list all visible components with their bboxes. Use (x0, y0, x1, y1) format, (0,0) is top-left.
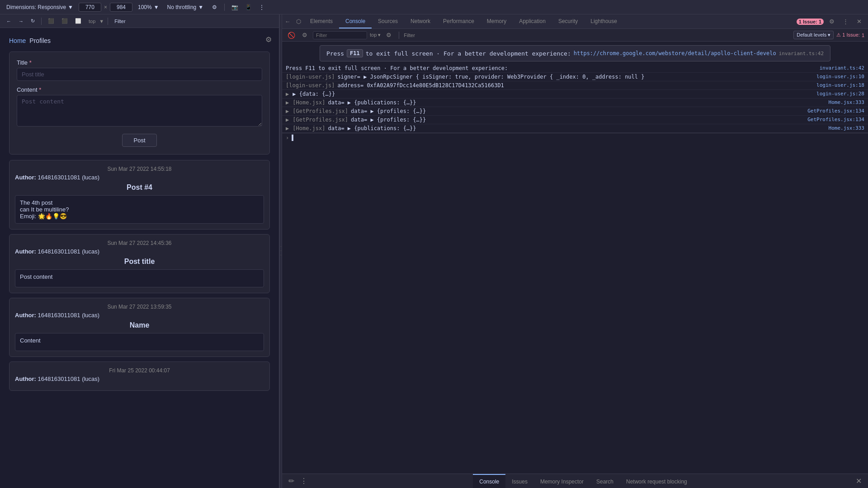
post-card: Sun Mar 27 2022 14:45:36 Author: 1648163… (9, 234, 270, 293)
bottom-tabs: ✏ ⋮ ConsoleIssuesMemory InspectorSearchN… (282, 474, 868, 488)
console-line-source[interactable]: Home.jsx:333 (829, 99, 864, 105)
forward-button[interactable]: → (16, 18, 26, 25)
devtools-tab-memory[interactable]: Memory (481, 14, 513, 28)
throttling-label: No throttling (167, 4, 197, 10)
console-clear-icon[interactable]: 🚫 (286, 30, 297, 41)
console-line-content: data= ▶ {publications: {…}} (328, 125, 826, 131)
zoom-chevron-icon: ▼ (154, 4, 159, 10)
back-button[interactable]: ← (4, 18, 14, 25)
devtools-tab-console[interactable]: Console (339, 14, 372, 28)
post-button[interactable]: Post (122, 134, 156, 147)
filter-button[interactable]: Filter (112, 18, 128, 25)
post-card: Sun Mar 27 2022 13:59:35 Author: 1648163… (9, 298, 270, 357)
console-line: ▶[Home.jsx] data= ▶ {publications: {…}}H… (282, 99, 868, 107)
undock-button[interactable]: ⬜ (72, 17, 84, 25)
devtools-tab-sources[interactable]: Sources (372, 14, 404, 28)
post-date: Fri Mar 25 2022 00:44:07 (15, 367, 264, 374)
dock-bottom-button[interactable]: ⬛ (59, 17, 71, 25)
dimension-separator: × (104, 4, 107, 10)
console-expand-icon-4[interactable]: ▶ (286, 99, 289, 106)
console-line-content: address= 0xfA02A97fDcc14e80E5dB128C17D41… (337, 82, 814, 89)
post-card: Sun Mar 27 2022 14:55:18 Author: 1648163… (9, 160, 270, 230)
width-input[interactable] (79, 3, 101, 12)
bottom-tab-console[interactable]: Console (473, 474, 505, 488)
toast-link[interactable]: https://chrome.google.com/webstore/detai… (574, 50, 776, 56)
devtools-tab-lighthouse[interactable]: Lighthouse (584, 14, 623, 28)
devtools-tab-network[interactable]: Network (404, 14, 437, 28)
capture-icon[interactable]: 📷 (229, 2, 240, 13)
console-filter-options-icon[interactable]: ⚙ (383, 30, 394, 41)
console-line-source[interactable]: login-user.js:10 (816, 74, 864, 80)
webpage-content: ⚙ Home Profiles Title * Conte (0, 28, 279, 488)
console-line-source[interactable]: login-user.js:28 (816, 91, 864, 97)
mobile-icon[interactable]: 📱 (243, 2, 254, 13)
console-cursor[interactable]: ▌ (292, 135, 295, 141)
title-required-marker: * (29, 59, 32, 66)
bottom-close-icon[interactable]: ✕ (854, 476, 864, 487)
post-author: Author: 1648163011081 (lucas) (15, 248, 264, 255)
issue-badge[interactable]: 1 Issue: 1 (797, 19, 824, 25)
breadcrumb-home[interactable]: Home (9, 37, 26, 44)
reload-button[interactable]: ↻ (28, 17, 38, 25)
bottom-tab-issues[interactable]: Issues (505, 474, 534, 488)
settings-network-icon[interactable]: ⚙ (209, 2, 220, 13)
bottom-tab-network-request-blocking[interactable]: Network request blocking (620, 474, 693, 488)
more-icon[interactable]: ⋮ (256, 2, 267, 13)
dock-left-button[interactable]: ⬛ (45, 17, 57, 25)
title-input[interactable] (17, 68, 262, 81)
bottom-pencil-icon[interactable]: ✏ (286, 476, 297, 487)
bottom-tab-memory-inspector[interactable]: Memory Inspector (534, 474, 590, 488)
console-prefix: [GetProfiles.jsx] (292, 108, 348, 114)
toast-message: to exit full screen · For a better devel… (366, 50, 571, 57)
default-levels-button[interactable]: Default levels ▾ (793, 31, 834, 39)
throttling-selector[interactable]: No throttling ▼ (165, 3, 207, 11)
content-textarea[interactable] (17, 95, 262, 127)
zoom-selector[interactable]: 100% ▼ (135, 3, 162, 11)
devtools-more-icon[interactable]: ⋮ (840, 16, 851, 27)
console-expand-icon-5[interactable]: ▶ (286, 108, 289, 114)
console-line-content: Press F11 to exit full screen · For a be… (286, 65, 817, 71)
console-line: ▶[Home.jsx] data= ▶ {publications: {…}}H… (282, 124, 868, 133)
console-filter-input[interactable] (313, 31, 367, 39)
devtools-top-nav: ← ⬡ ElementsConsoleSourcesNetworkPerform… (282, 14, 868, 29)
page-settings-icon[interactable]: ⚙ (265, 35, 272, 44)
console-filter-icon[interactable]: ⚙ (299, 30, 310, 41)
console-expand-icon-7[interactable]: ▶ (286, 125, 289, 131)
bottom-tab-search[interactable]: Search (590, 474, 620, 488)
dimensions-label: Dimensions: Responsive (6, 4, 66, 10)
post-body: The 4th postcan It be multiline?Emoji: 🌟… (15, 195, 264, 224)
top-toolbar: Dimensions: Responsive ▼ × 100% ▼ No thr… (0, 0, 868, 14)
settings-gear-icon[interactable]: ⚙ (826, 16, 837, 27)
console-line-source[interactable]: GetProfiles.jsx:134 (807, 117, 864, 122)
devtools-tab-performance[interactable]: Performance (437, 14, 481, 28)
post-body: Post content (15, 269, 264, 287)
console-line-content: signer= ▶ JsonRpcSigner { isSigner: true… (337, 74, 814, 80)
title-group: Title * (17, 59, 262, 81)
posts-container: Sun Mar 27 2022 14:55:18 Author: 1648163… (9, 160, 270, 391)
toast-press-text: Press (326, 50, 344, 57)
height-input[interactable] (110, 3, 132, 12)
dimensions-selector[interactable]: Dimensions: Responsive ▼ (4, 3, 76, 11)
bottom-more-icon[interactable]: ⋮ (298, 476, 309, 487)
issue-num: 1 (862, 33, 864, 38)
devtools-tab-security[interactable]: Security (552, 14, 584, 28)
issue-count-label: ⚠ 1 Issue: 1 (836, 32, 864, 38)
console-prefix: [Home.jsx] (292, 125, 325, 131)
console-line-source[interactable]: GetProfiles.jsx:134 (807, 108, 864, 114)
devtools-inspect-icon[interactable]: ⬡ (293, 16, 304, 27)
bottom-tab-icons: ✏ ⋮ (282, 476, 313, 487)
devtools-close-icon[interactable]: ✕ (854, 16, 864, 27)
console-line-source[interactable]: Home.jsx:333 (829, 125, 864, 131)
devtools-back-icon[interactable]: ← (282, 16, 293, 27)
webpage-toolbar: ← → ↻ ⬛ ⬛ ⬜ top ▼ Filter (0, 14, 279, 28)
console-prefix: [GetProfiles.jsx] (292, 117, 348, 123)
throttling-chevron-icon: ▼ (198, 4, 203, 10)
console-expand-icon-6[interactable]: ▶ (286, 117, 289, 123)
console-prefix: [Home.jsx] (292, 99, 325, 106)
console-expand-icon-3[interactable]: ▶ (286, 91, 289, 97)
post-date: Sun Mar 27 2022 13:59:35 (15, 304, 264, 310)
devtools-tab-application[interactable]: Application (513, 14, 552, 28)
devtools-tab-elements[interactable]: Elements (304, 14, 339, 28)
console-line-source[interactable]: login-user.js:18 (816, 82, 864, 88)
console-line-source[interactable]: invariant.ts:42 (820, 65, 864, 71)
